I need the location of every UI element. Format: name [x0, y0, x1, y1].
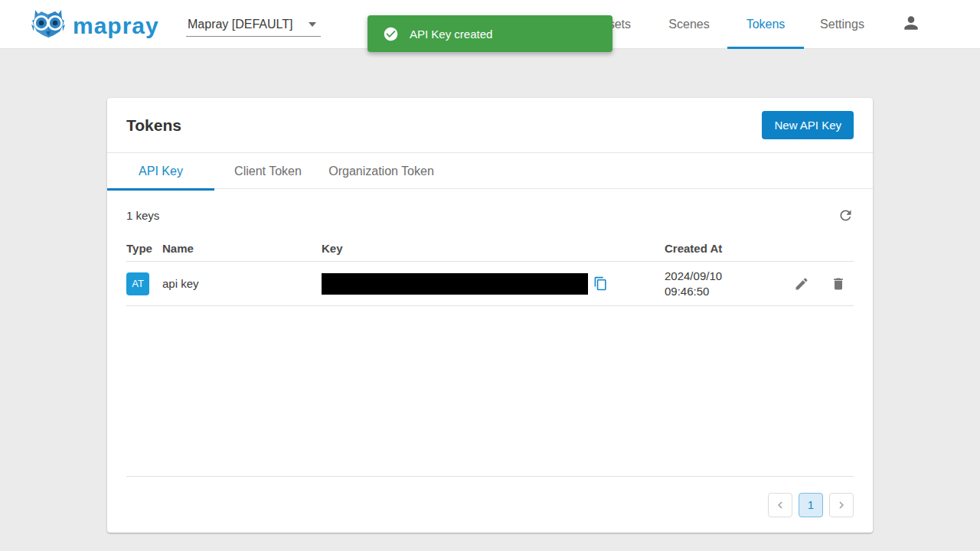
- new-api-key-button[interactable]: New API Key: [762, 111, 854, 139]
- column-header-created-at: Created At: [665, 242, 781, 255]
- list-meta-row: 1 keys: [126, 207, 854, 223]
- redacted-key-value: [322, 273, 588, 295]
- created-at-date: 2024/09/10: [665, 269, 722, 282]
- token-key-cell: [322, 273, 665, 295]
- card-content: 1 keys Type Name Key Created At AT api k…: [107, 189, 873, 533]
- check-circle-icon: [383, 26, 399, 42]
- tokens-card: Tokens New API Key API Key Client Token …: [107, 98, 873, 533]
- column-header-name: Name: [162, 242, 322, 255]
- page-title: Tokens: [126, 116, 181, 135]
- owl-icon: [31, 8, 66, 44]
- column-header-key: Key: [322, 242, 665, 255]
- row-actions: [781, 276, 854, 292]
- chevron-left-icon: [773, 498, 787, 512]
- created-at-cell: 2024/09/10 09:46:50: [665, 269, 781, 299]
- tab-organization-token[interactable]: Organization Token: [322, 153, 441, 190]
- tab-client-token[interactable]: Client Token: [214, 153, 322, 190]
- table-row: AT api key 2024/09/10 09:46:50: [126, 262, 854, 306]
- nav-item-scenes[interactable]: Scenes: [651, 0, 727, 49]
- delete-key-button[interactable]: [831, 276, 846, 292]
- project-select[interactable]: Mapray [DEFAULT]: [186, 12, 321, 37]
- pagination-next-button[interactable]: [829, 493, 854, 517]
- api-keys-table: Type Name Key Created At AT api key: [126, 236, 854, 306]
- pagination: 1: [126, 476, 854, 533]
- pagination-prev-button[interactable]: [768, 493, 792, 517]
- person-icon: [901, 13, 921, 36]
- pagination-page-1-button[interactable]: 1: [799, 493, 823, 517]
- pencil-icon: [794, 276, 809, 292]
- toast-message: API Key created: [410, 28, 492, 41]
- edit-key-button[interactable]: [794, 276, 809, 292]
- token-type-tabs: API Key Client Token Organization Token: [107, 152, 873, 189]
- nav-item-settings[interactable]: Settings: [804, 0, 880, 49]
- main-nav: Assets Scenes Tokens Settings: [574, 0, 880, 49]
- keys-count: 1 keys: [126, 209, 159, 222]
- refresh-icon: [838, 207, 854, 223]
- table-header-row: Type Name Key Created At: [126, 236, 854, 262]
- project-select-value: Mapray [DEFAULT]: [186, 18, 293, 31]
- dropdown-arrow-icon: [309, 22, 316, 27]
- token-name: api key: [162, 277, 322, 290]
- tab-api-key[interactable]: API Key: [107, 153, 214, 190]
- chevron-right-icon: [835, 498, 848, 512]
- column-header-type: Type: [126, 242, 162, 255]
- toast-notification: API Key created: [368, 15, 612, 52]
- refresh-button[interactable]: [838, 207, 854, 223]
- card-header: Tokens New API Key: [107, 98, 873, 152]
- content-spacer: [126, 306, 854, 476]
- copy-key-button[interactable]: [593, 276, 608, 291]
- trash-icon: [831, 276, 846, 292]
- created-at-time: 09:46:50: [665, 285, 709, 298]
- brand-logo[interactable]: mapray: [31, 8, 159, 44]
- nav-item-tokens[interactable]: Tokens: [727, 0, 804, 49]
- account-button[interactable]: [899, 12, 923, 37]
- brand-wordmark: mapray: [73, 11, 159, 41]
- token-type-badge: AT: [126, 272, 149, 295]
- copy-icon: [593, 276, 608, 291]
